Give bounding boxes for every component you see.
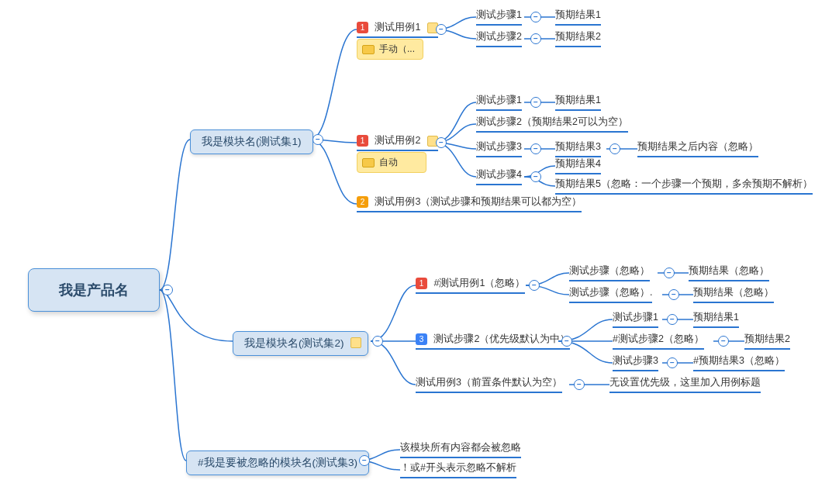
- connectors: [0, 0, 839, 504]
- root-label: 我是产品名: [59, 281, 129, 299]
- collapse-icon[interactable]: [668, 289, 679, 300]
- tc6-label: 测试用例3（前置条件默认为空）: [416, 377, 562, 388]
- result-b4-1[interactable]: 预期结果4: [555, 157, 601, 174]
- priority-badge: 1: [357, 22, 368, 33]
- collapse-icon[interactable]: [436, 24, 447, 35]
- step-d1[interactable]: 测试步骤1: [613, 311, 658, 328]
- module-2-label: 我是模块名(测试集2): [244, 337, 344, 349]
- priority-badge: 1: [416, 278, 427, 289]
- collapse-icon[interactable]: [718, 336, 729, 347]
- module-3[interactable]: #我是要被忽略的模块名(测试集3): [186, 450, 369, 475]
- step-c2[interactable]: 测试步骤（忽略）.: [569, 286, 652, 303]
- module-1-label: 我是模块名(测试集1): [202, 136, 302, 147]
- tag-auto-label: 自动: [379, 156, 398, 169]
- result-b1[interactable]: 预期结果1: [555, 94, 601, 111]
- module-2[interactable]: 我是模块名(测试集2): [233, 331, 368, 356]
- tc1-label: 测试用例1: [375, 22, 420, 33]
- collapse-icon[interactable]: [561, 336, 572, 347]
- tc3-label: 测试用例3（测试步骤和预期结果可以都为空）: [375, 196, 582, 207]
- ignore-note-2[interactable]: ！或#开头表示忽略不解析: [400, 461, 516, 478]
- result-d2[interactable]: 预期结果2: [744, 333, 790, 350]
- result-b4-2[interactable]: 预期结果5（忽略：一个步骤一个预期，多余预期不解析）: [555, 178, 813, 195]
- collapse-icon[interactable]: [530, 97, 541, 108]
- tc6-right[interactable]: 无设置优先级，这里加入用例标题: [609, 376, 761, 393]
- module-1[interactable]: 我是模块名(测试集1): [190, 129, 313, 154]
- priority-badge: 3: [416, 333, 427, 345]
- collapse-icon[interactable]: [530, 33, 541, 44]
- step-a1[interactable]: 测试步骤1: [476, 9, 522, 26]
- result-a2[interactable]: 预期结果2: [555, 30, 601, 47]
- priority-badge: 2: [357, 196, 368, 208]
- tag-auto[interactable]: 自动: [357, 152, 426, 173]
- test-case-2[interactable]: 1 测试用例2: [357, 134, 438, 151]
- step-b3[interactable]: 测试步骤3: [476, 140, 522, 157]
- collapse-icon[interactable]: [667, 314, 678, 325]
- collapse-icon[interactable]: [574, 379, 585, 390]
- ignore-note-1[interactable]: 该模块所有内容都会被忽略: [400, 441, 521, 458]
- tag-icon: [362, 45, 375, 54]
- collapse-icon[interactable]: [312, 134, 323, 145]
- test-case-4[interactable]: 1 #测试用例1（忽略）: [416, 277, 525, 294]
- collapse-icon[interactable]: [530, 143, 541, 154]
- tc5-label: 测试步骤2（优先级默认为中）: [433, 333, 570, 344]
- result-b3[interactable]: 预期结果3: [555, 140, 601, 157]
- step-b1[interactable]: 测试步骤1: [476, 94, 522, 111]
- note-icon: [350, 337, 361, 348]
- test-case-5[interactable]: 3 测试步骤2（优先级默认为中）: [416, 333, 570, 350]
- test-case-6[interactable]: 测试用例3（前置条件默认为空）: [416, 376, 562, 393]
- collapse-icon[interactable]: [530, 171, 541, 182]
- test-case-3[interactable]: 2 测试用例3（测试步骤和预期结果可以都为空）: [357, 195, 582, 212]
- step-d3[interactable]: 测试步骤3: [613, 354, 658, 371]
- collapse-icon[interactable]: [609, 143, 620, 154]
- collapse-icon[interactable]: [664, 268, 675, 278]
- tag-icon: [362, 158, 375, 167]
- result-d3[interactable]: #预期结果3（忽略）: [693, 354, 785, 371]
- tag-manual-label: 手动（...: [379, 43, 415, 56]
- priority-badge: 1: [357, 135, 368, 147]
- step-b2[interactable]: 测试步骤2（预期结果2可以为空）: [476, 116, 628, 133]
- collapse-icon[interactable]: [667, 357, 678, 368]
- tc2-label: 测试用例2: [375, 135, 420, 146]
- tc4-label: #测试用例1（忽略）: [433, 278, 525, 288]
- module-3-label: #我是要被忽略的模块名(测试集3): [198, 457, 357, 468]
- collapse-icon[interactable]: [359, 455, 370, 466]
- step-b4[interactable]: 测试步骤4: [476, 168, 522, 185]
- result-d1[interactable]: 预期结果1: [693, 311, 739, 328]
- result-c2[interactable]: 预期结果（忽略）: [693, 286, 774, 303]
- result-c1[interactable]: 预期结果（忽略）: [689, 264, 769, 281]
- result-a1[interactable]: 预期结果1: [555, 9, 601, 26]
- collapse-icon[interactable]: [372, 336, 383, 347]
- root-node[interactable]: 我是产品名: [28, 268, 160, 312]
- test-case-1[interactable]: 1 测试用例1: [357, 21, 438, 38]
- step-c1[interactable]: 测试步骤（忽略）: [569, 264, 650, 281]
- step-a2[interactable]: 测试步骤2: [476, 30, 522, 47]
- result-b3-extra[interactable]: 预期结果之后内容（忽略）: [637, 140, 758, 157]
- collapse-icon[interactable]: [162, 285, 173, 295]
- tag-manual[interactable]: 手动（...: [357, 39, 423, 60]
- collapse-icon[interactable]: [530, 12, 541, 22]
- collapse-icon[interactable]: [529, 280, 540, 291]
- step-d2[interactable]: #测试步骤2（忽略）: [613, 333, 704, 350]
- collapse-icon[interactable]: [436, 137, 447, 148]
